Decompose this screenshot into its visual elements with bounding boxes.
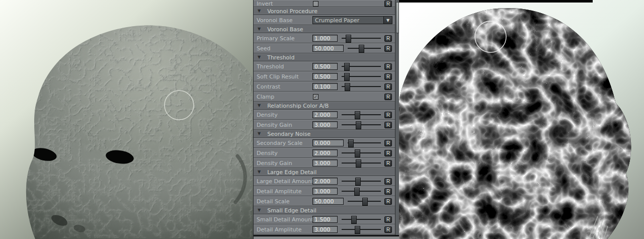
- value-field[interactable]: [312, 188, 338, 195]
- reset-button[interactable]: R: [384, 45, 392, 52]
- voronoi-base-dropdown[interactable]: Crumpled Paper▼: [312, 16, 392, 24]
- slider-thumb[interactable]: [351, 216, 357, 224]
- reset-button[interactable]: R: [384, 178, 392, 185]
- slider-thumb[interactable]: [344, 63, 350, 71]
- reset-button[interactable]: R: [384, 73, 392, 80]
- param-slider[interactable]: [348, 197, 381, 205]
- param-slider[interactable]: [342, 225, 381, 233]
- slider-thumb[interactable]: [355, 111, 360, 119]
- param-slider[interactable]: [348, 44, 381, 52]
- value-field[interactable]: [312, 216, 338, 223]
- param-slider[interactable]: [342, 121, 381, 129]
- value-field[interactable]: [312, 121, 338, 128]
- value-field[interactable]: [312, 35, 338, 42]
- dropdown-arrow-icon[interactable]: ▼: [383, 17, 392, 24]
- reset-button[interactable]: R: [384, 216, 392, 223]
- reset-button[interactable]: R: [384, 150, 392, 156]
- value-field[interactable]: [312, 149, 338, 156]
- slider-thumb[interactable]: [355, 226, 360, 234]
- reset-button[interactable]: R: [384, 188, 392, 195]
- value-field[interactable]: [312, 139, 344, 146]
- checkbox[interactable]: ✓: [313, 94, 318, 100]
- slider-track[interactable]: [342, 163, 381, 164]
- slider-thumb[interactable]: [359, 45, 364, 53]
- section-header[interactable]: ▼Small Edge Detail: [254, 206, 395, 214]
- value-field[interactable]: [312, 226, 338, 233]
- slider-thumb[interactable]: [355, 149, 360, 157]
- value-field[interactable]: [312, 178, 338, 185]
- texture-viewport[interactable]: [398, 0, 644, 239]
- value-field[interactable]: [312, 198, 344, 205]
- param-slider[interactable]: [342, 187, 381, 195]
- slider-thumb[interactable]: [348, 139, 354, 147]
- dropdown-value: Crumpled Paper: [313, 17, 383, 24]
- collapse-arrow-icon[interactable]: ▼: [258, 27, 261, 31]
- slider-track[interactable]: [342, 229, 381, 230]
- param-slider[interactable]: [342, 72, 381, 81]
- slider-track[interactable]: [342, 152, 381, 153]
- param-label: Detail Amplitute: [257, 226, 312, 233]
- param-slider[interactable]: [342, 215, 381, 223]
- slider-thumb[interactable]: [355, 178, 361, 186]
- value-field[interactable]: [312, 73, 338, 80]
- value-field[interactable]: [312, 63, 338, 70]
- slider-thumb[interactable]: [356, 160, 361, 168]
- collapse-arrow-icon[interactable]: ▼: [258, 55, 261, 59]
- param-slider[interactable]: [342, 111, 381, 119]
- section-header[interactable]: ▼Large Edge Detail: [254, 168, 395, 176]
- slider-track[interactable]: [342, 124, 381, 125]
- param-slider[interactable]: [342, 159, 381, 167]
- reset-button[interactable]: R: [384, 140, 392, 146]
- reset-button[interactable]: R: [384, 160, 392, 167]
- slider-thumb[interactable]: [356, 121, 361, 129]
- section-label: Small Edge Detail: [267, 207, 316, 214]
- reset-button[interactable]: R: [384, 112, 392, 118]
- param-slider[interactable]: [342, 149, 381, 157]
- slider-thumb[interactable]: [344, 73, 350, 81]
- collapse-arrow-icon[interactable]: ▼: [258, 104, 261, 108]
- slider-track[interactable]: [342, 219, 381, 220]
- section-header[interactable]: ▼Voronoi Procedure: [254, 7, 395, 15]
- slider-thumb[interactable]: [354, 188, 360, 196]
- slider-thumb[interactable]: [345, 83, 350, 91]
- value-field[interactable]: [312, 45, 344, 52]
- collapse-arrow-icon[interactable]: ▼: [258, 132, 261, 136]
- checkbox[interactable]: [313, 1, 318, 7]
- collapse-arrow-icon[interactable]: ▼: [258, 170, 261, 174]
- section-header[interactable]: ▼Threshold: [254, 53, 395, 61]
- reset-button[interactable]: R: [384, 198, 392, 205]
- param-slider[interactable]: [342, 83, 381, 91]
- collapse-arrow-icon[interactable]: ▼: [258, 9, 261, 13]
- scrollbar-thumb[interactable]: [396, 2, 399, 33]
- panel-scrollbar[interactable]: [395, 0, 399, 235]
- param-slider[interactable]: [342, 62, 381, 70]
- section-label: Voronoi Procedure: [267, 8, 317, 15]
- slider-track[interactable]: [342, 181, 381, 182]
- reset-button[interactable]: R: [384, 35, 392, 42]
- section-header[interactable]: ▼Voronoi Base: [254, 25, 395, 33]
- param-row: ContrastR: [254, 82, 395, 92]
- sculpt-viewport[interactable]: [0, 0, 253, 239]
- collapse-arrow-icon[interactable]: ▼: [258, 208, 261, 212]
- value-field[interactable]: [312, 83, 338, 90]
- value-field[interactable]: [312, 160, 338, 167]
- param-slider[interactable]: [348, 139, 381, 147]
- reset-button[interactable]: R: [384, 63, 392, 70]
- section-header[interactable]: ▼Relationship Color A/B: [254, 102, 395, 110]
- param-slider[interactable]: [342, 177, 381, 185]
- param-slider[interactable]: [342, 34, 381, 42]
- slider-track[interactable]: [342, 191, 381, 192]
- value-field[interactable]: [312, 111, 338, 118]
- section-label: Seondary Noise: [267, 131, 310, 137]
- section-header[interactable]: ▼Seondary Noise: [254, 130, 395, 138]
- slider-thumb[interactable]: [346, 35, 351, 43]
- section-label: Large Edge Detail: [267, 169, 316, 176]
- reset-button[interactable]: R: [384, 84, 392, 90]
- reset-button[interactable]: R: [384, 94, 392, 100]
- reset-button[interactable]: R: [384, 1, 392, 7]
- reset-button[interactable]: R: [384, 122, 392, 128]
- reset-button[interactable]: R: [384, 226, 392, 233]
- section-label: Relationship Color A/B: [267, 103, 329, 109]
- slider-track[interactable]: [342, 114, 381, 115]
- slider-thumb[interactable]: [362, 198, 368, 206]
